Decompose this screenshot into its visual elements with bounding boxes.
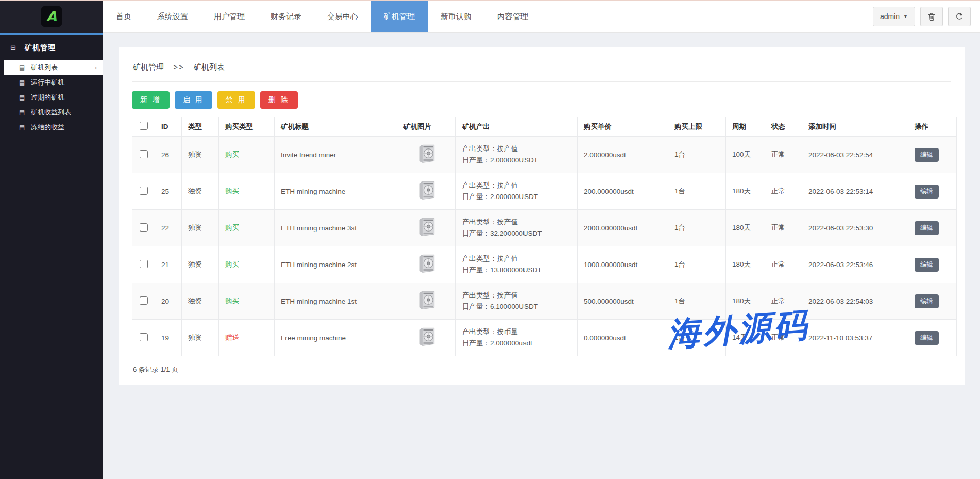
miner-image <box>413 326 440 350</box>
cell-status: 正常 <box>765 283 802 320</box>
output-type: 产出类型：按产值 <box>462 143 571 155</box>
cell-output: 产出类型：按币量 日产量：2.000000usdt <box>456 320 578 356</box>
output-daily: 日产量：2.000000USDT <box>462 155 571 166</box>
cell-status: 正常 <box>765 246 802 283</box>
clear-cache-button[interactable] <box>920 7 943 26</box>
brand-logo-icon: A <box>40 5 63 28</box>
cell-id: 20 <box>155 283 182 320</box>
output-daily: 日产量：32.200000USDT <box>462 228 571 239</box>
cell-output: 产出类型：按产值 日产量：32.200000USDT <box>456 210 578 246</box>
row-select-checkbox[interactable] <box>140 333 148 341</box>
nav-tab-content-management[interactable]: 内容管理 <box>484 0 541 32</box>
delete-button[interactable]: 删 除 <box>260 91 298 109</box>
list-icon: ▤ <box>19 120 25 135</box>
cell-image <box>397 210 456 246</box>
output-type: 产出类型：按产值 <box>462 253 571 265</box>
cell-type: 独资 <box>182 283 219 320</box>
cell-added-time: 2022-06-03 22:54:03 <box>802 283 908 320</box>
edit-button[interactable]: 编辑 <box>915 294 939 308</box>
cell-period: 180天 <box>726 173 765 210</box>
cell-title: Invite friend miner <box>275 137 397 173</box>
cell-title: ETH mining machine 3st <box>275 210 397 246</box>
edit-button[interactable]: 编辑 <box>915 185 939 199</box>
header-buy-type: 购买类型 <box>219 117 275 137</box>
output-daily: 日产量：2.000000usdt <box>462 338 571 349</box>
sidebar-item-label: 矿机列表 <box>31 63 58 71</box>
cell-image <box>397 246 456 283</box>
sidebar-section-title: 矿机管理 <box>25 43 56 52</box>
cell-unit-price: 200.000000usdt <box>578 173 668 210</box>
sidebar-item-frozen-earnings[interactable]: ▤ 冻结的收益 <box>0 120 103 135</box>
output-type: 产出类型：按产值 <box>462 290 571 301</box>
sidebar-section-header[interactable]: ⊟ 矿机管理 <box>0 35 103 60</box>
cell-type: 独资 <box>182 320 219 356</box>
sidebar: ⊟ 矿机管理 ▤ 矿机列表 › ▤ 运行中矿机 ▤ 过期的矿机 ▤ 矿机收益列表… <box>0 33 103 479</box>
nav-tab-user-management[interactable]: 用户管理 <box>201 0 258 32</box>
row-select-checkbox[interactable] <box>140 223 148 232</box>
logout-icon <box>955 12 964 21</box>
output-type: 产出类型：按币量 <box>462 326 571 338</box>
list-icon: ▤ <box>19 90 25 105</box>
cell-buy-limit: 1台 <box>668 283 726 320</box>
cell-period: 180天 <box>726 246 765 283</box>
header-image: 矿机图片 <box>397 117 456 137</box>
cell-title: ETH mining machine 1st <box>275 283 397 320</box>
cell-actions: 编辑 <box>908 246 957 283</box>
header-output: 矿机产出 <box>456 117 578 137</box>
nav-tab-finance-records[interactable]: 财务记录 <box>258 0 314 32</box>
topbar-actions: admin ▼ <box>873 7 971 26</box>
logout-button[interactable] <box>948 7 971 26</box>
cell-unit-price: 2.000000usdt <box>578 137 668 173</box>
select-all-checkbox[interactable] <box>140 122 148 130</box>
cell-image <box>397 283 456 320</box>
sidebar-item-expired-miners[interactable]: ▤ 过期的矿机 <box>0 90 103 105</box>
cell-added-time: 2022-06-03 22:53:14 <box>802 173 908 210</box>
collapse-section-icon: ⊟ <box>10 44 18 52</box>
nav-tab-new-coin-subscription[interactable]: 新币认购 <box>428 0 484 32</box>
table-row: 19 独资 赠送 Free mining machine 产出类型：按币量 日产… <box>132 320 957 356</box>
edit-button[interactable]: 编辑 <box>915 331 939 345</box>
cell-type: 独资 <box>182 137 219 173</box>
cell-buy-limit: 1台 <box>668 137 726 173</box>
nav-tab-system-settings[interactable]: 系统设置 <box>144 0 201 32</box>
cell-type: 独资 <box>182 210 219 246</box>
enable-button[interactable]: 启 用 <box>175 91 212 109</box>
record-count: 6 条记录 1/1 页 <box>132 365 951 374</box>
cell-actions: 编辑 <box>908 283 957 320</box>
cell-title: Free mining machine <box>275 320 397 356</box>
cell-added-time: 2022-06-03 22:53:30 <box>802 210 908 246</box>
cell-id: 26 <box>155 137 182 173</box>
cell-actions: 编辑 <box>908 137 957 173</box>
cell-image <box>397 137 456 173</box>
miner-image <box>413 216 440 240</box>
edit-button[interactable]: 编辑 <box>915 258 939 272</box>
nav-tab-trade-center[interactable]: 交易中心 <box>314 0 371 32</box>
output-daily: 日产量：13.800000USDT <box>462 265 571 276</box>
table-row: 22 独资 购买 ETH mining machine 3st 产出类型：按产值… <box>132 210 957 246</box>
row-select-checkbox[interactable] <box>140 260 148 268</box>
edit-button[interactable]: 编辑 <box>915 221 939 235</box>
row-select-checkbox[interactable] <box>140 150 148 158</box>
list-icon: ▤ <box>19 105 25 120</box>
add-button[interactable]: 新 增 <box>132 91 170 109</box>
chevron-down-icon: ▼ <box>903 14 908 19</box>
buy-type-badge: 购买 <box>225 151 239 158</box>
sidebar-item-miner-earnings-list[interactable]: ▤ 矿机收益列表 <box>0 105 103 120</box>
nav-tab-home[interactable]: 首页 <box>103 0 144 32</box>
miner-table: ID 类型 购买类型 矿机标题 矿机图片 矿机产出 购买单价 购买上限 周期 状… <box>132 117 957 356</box>
cell-status: 正常 <box>765 210 802 246</box>
admin-user-dropdown[interactable]: admin ▼ <box>873 7 915 26</box>
row-select-checkbox[interactable] <box>140 187 148 195</box>
row-select-checkbox[interactable] <box>140 296 148 305</box>
logo: A <box>0 0 103 33</box>
cell-period: 14天 <box>726 320 765 356</box>
nav-tab-miner-management[interactable]: 矿机管理 <box>371 0 428 32</box>
cell-unit-price: 2000.000000usdt <box>578 210 668 246</box>
sidebar-item-miner-list[interactable]: ▤ 矿机列表 › <box>4 60 103 75</box>
disable-button[interactable]: 禁 用 <box>217 91 255 109</box>
sidebar-item-running-miners[interactable]: ▤ 运行中矿机 <box>0 75 103 90</box>
edit-button[interactable]: 编辑 <box>915 148 939 162</box>
header-buy-limit: 购买上限 <box>668 117 726 137</box>
miner-image <box>413 179 440 203</box>
topbar: A 首页 系统设置 用户管理 财务记录 交易中心 矿机管理 新币认购 内容管理 … <box>0 0 980 33</box>
